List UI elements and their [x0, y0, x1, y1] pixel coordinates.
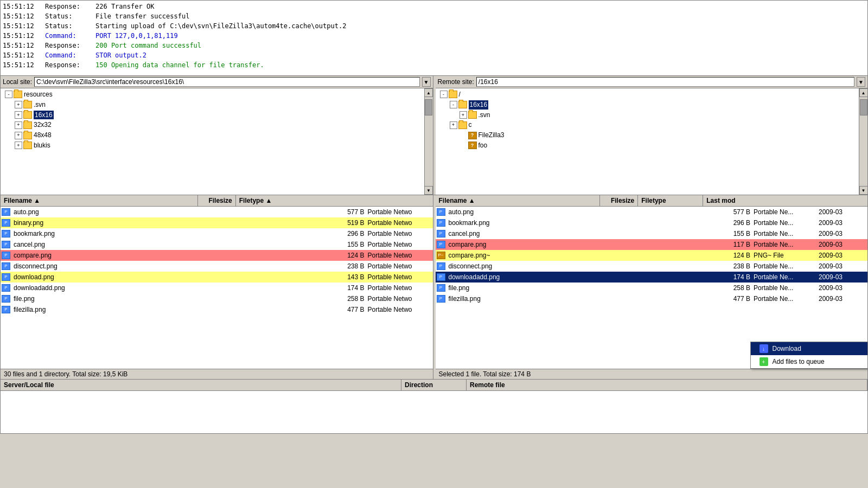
- tree-expander[interactable]: -: [5, 91, 12, 98]
- file-row[interactable]: Pfile.png258 BPortable Netwo: [1, 293, 433, 304]
- tree-expander[interactable]: +: [15, 132, 22, 139]
- context-menu-label: Download: [773, 345, 801, 352]
- tree-node[interactable]: -resources: [1, 89, 424, 100]
- file-type: Portable Ne...: [754, 229, 819, 239]
- file-row[interactable]: Pfilezilla.png477 BPortable Netwo: [1, 304, 433, 315]
- log-type: Command:: [45, 50, 91, 60]
- local-col-filesize[interactable]: Filesize: [198, 195, 236, 206]
- tree-label: .svn: [478, 111, 490, 120]
- file-row[interactable]: Pfile.png258 BPortable Ne...2009-03: [436, 282, 868, 293]
- local-col-filetype[interactable]: Filetype ▲: [236, 195, 433, 206]
- tree-node[interactable]: ?FileZilla3: [436, 130, 859, 140]
- tree-expander[interactable]: +: [459, 111, 467, 119]
- log-time: 15:51:12: [3, 50, 41, 60]
- remote-col-filename[interactable]: Filename ▲: [436, 195, 601, 206]
- log-message: Starting upload of C:\dev\svn\FileZilla3…: [95, 21, 346, 31]
- file-name: downloadadd.png: [12, 283, 330, 293]
- tree-node[interactable]: -/: [436, 89, 859, 100]
- tree-expander[interactable]: +: [15, 111, 22, 119]
- tree-label: c: [469, 120, 472, 130]
- remote-site-label: Remote site:: [438, 78, 474, 86]
- file-type: Portable Netwo: [368, 272, 433, 282]
- remote-site-path-input[interactable]: [476, 77, 854, 87]
- local-site-label-row: Local site: ▼: [1, 76, 433, 88]
- context-menu-item-add-files-to-queue[interactable]: +Add files to queue: [751, 355, 868, 368]
- local-scroll-up[interactable]: ▲: [424, 88, 433, 97]
- file-row[interactable]: Pdownload.png143 BPortable Netwo: [1, 272, 433, 282]
- remote-site-panel: Remote site: ▼ -/-16x16+.svn+c?FileZilla…: [436, 76, 868, 195]
- remote-site-dropdown-btn[interactable]: ▼: [857, 77, 865, 87]
- log-time: 15:51:12: [3, 11, 41, 21]
- file-row[interactable]: Pdisconnect.png238 BPortable Netwo: [1, 261, 433, 272]
- file-row[interactable]: Pauto.png577 BPortable Netwo: [1, 207, 433, 217]
- tree-node[interactable]: +16x16: [1, 110, 424, 120]
- file-row[interactable]: Pfilezilla.png477 BPortable Ne...2009-03: [436, 293, 868, 304]
- queue-col-remote: Remote file: [467, 380, 867, 390]
- folder-icon: [23, 121, 32, 129]
- file-type: Portable Ne...: [754, 272, 819, 282]
- tree-node[interactable]: -16x16: [436, 100, 859, 110]
- file-type-icon: P: [437, 219, 445, 227]
- tree-expander[interactable]: -: [440, 91, 448, 98]
- file-row[interactable]: Pdisconnect.png238 BPortable Ne...2009-0…: [436, 261, 868, 272]
- tree-expander[interactable]: +: [15, 121, 22, 129]
- context-menu-item-download[interactable]: ↓Download: [751, 342, 868, 355]
- log-message: File transfer successful: [95, 11, 189, 21]
- local-site-dropdown-btn[interactable]: ▼: [422, 77, 431, 87]
- remote-tree-scrollbar[interactable]: ▲ ▼: [859, 88, 867, 195]
- file-type: Portable Ne...: [754, 240, 819, 249]
- tree-node[interactable]: +48x48: [1, 130, 424, 140]
- remote-scroll-up[interactable]: ▲: [859, 88, 868, 97]
- folder-icon: [23, 142, 32, 149]
- tree-node[interactable]: +.svn: [436, 110, 859, 120]
- tree-node[interactable]: +blukis: [1, 140, 424, 151]
- queue-body: [1, 391, 867, 433]
- tree-node[interactable]: ?foo: [436, 140, 859, 151]
- remote-scroll-down[interactable]: ▼: [859, 186, 868, 195]
- local-tree-scrollbar[interactable]: ▲ ▼: [424, 88, 433, 195]
- file-row[interactable]: Pdownloadadd.png174 BPortable Ne...2009-…: [436, 272, 868, 282]
- local-scroll-thumb[interactable]: [425, 99, 432, 115]
- file-row[interactable]: Pbookmark.png296 BPortable Netwo: [1, 228, 433, 239]
- tree-node[interactable]: +.svn: [1, 100, 424, 110]
- file-type-icon: P: [2, 273, 10, 281]
- local-tree-area: -resources+.svn+16x16+32x32+48x48+blukis: [1, 88, 424, 195]
- file-type-icon: P: [437, 230, 445, 237]
- remote-status-bar: Selected 1 file. Total size: 174 B: [436, 369, 868, 379]
- file-name: file.png: [448, 283, 716, 293]
- tree-expander[interactable]: +: [15, 101, 22, 108]
- file-row[interactable]: Pcancel.png155 BPortable Ne...2009-03: [436, 228, 868, 239]
- tree-node[interactable]: +32x32: [1, 120, 424, 130]
- file-date: 2009-03: [819, 251, 867, 260]
- remote-site-label-row: Remote site: ▼: [436, 76, 868, 88]
- file-size: 238 B: [716, 261, 754, 271]
- file-row[interactable]: Pcancel.png155 BPortable Netwo: [1, 239, 433, 250]
- file-type: Portable Ne...: [754, 218, 819, 228]
- file-date: 2009-03: [819, 283, 867, 293]
- tree-node[interactable]: +c: [436, 120, 859, 130]
- file-row[interactable]: Pbookmark.png296 BPortable Ne...2009-03: [436, 217, 868, 228]
- local-site-path-input[interactable]: [34, 77, 419, 87]
- file-row[interactable]: P~compare.png~124 BPNG~ File2009-03: [436, 250, 868, 261]
- file-row[interactable]: Pcompare.png117 BPortable Ne...2009-03: [436, 239, 868, 250]
- tree-expander[interactable]: -: [450, 101, 457, 108]
- log-message: 150 Opening data channel for file transf…: [95, 60, 264, 70]
- remote-col-filesize[interactable]: Filesize: [600, 195, 638, 206]
- log-row: 15:51:12Response:150 Opening data channe…: [3, 60, 865, 70]
- remote-scroll-thumb[interactable]: [860, 99, 867, 115]
- file-row[interactable]: Pcompare.png124 BPortable Netwo: [1, 250, 433, 261]
- addqueue-icon: +: [760, 357, 768, 366]
- local-scroll-down[interactable]: ▼: [424, 186, 433, 195]
- file-row[interactable]: Pdownloadadd.png174 BPortable Netwo: [1, 282, 433, 293]
- tree-label: resources: [24, 90, 53, 99]
- tree-expander[interactable]: +: [450, 121, 457, 129]
- file-row[interactable]: Pauto.png577 BPortable Ne...2009-03: [436, 207, 868, 217]
- remote-col-lastmod[interactable]: Last mod: [703, 195, 867, 206]
- remote-col-filetype[interactable]: Filetype: [638, 195, 703, 206]
- file-type-icon: P: [437, 208, 445, 216]
- file-name: filezilla.png: [448, 294, 716, 304]
- tree-expander[interactable]: +: [15, 142, 22, 149]
- tree-label: 16x16: [469, 100, 489, 110]
- local-col-filename[interactable]: Filename ▲: [1, 195, 198, 206]
- file-row[interactable]: Pbinary.png519 BPortable Netwo: [1, 217, 433, 228]
